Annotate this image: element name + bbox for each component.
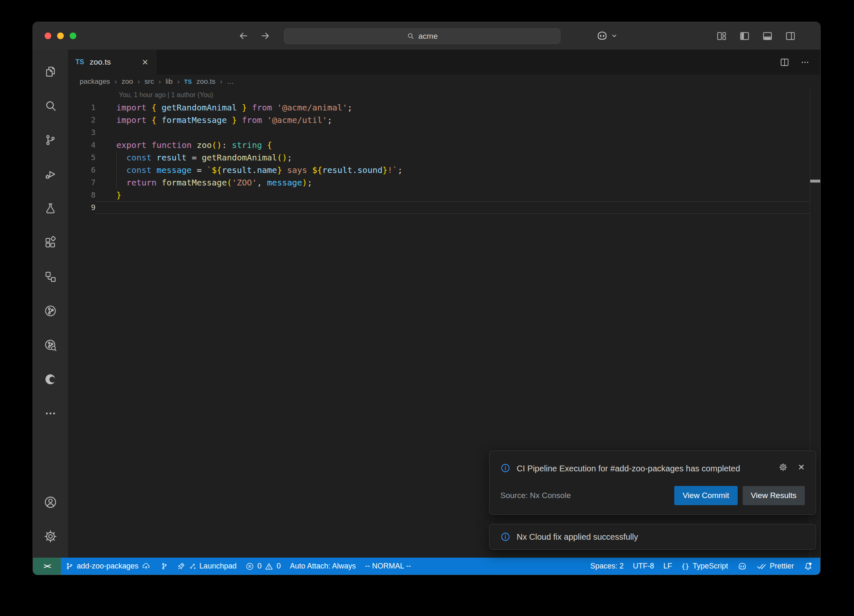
overview-ruler-cursor-mark <box>810 180 820 183</box>
code-line[interactable]: 8} <box>68 189 820 201</box>
close-tab-icon[interactable]: ✕ <box>142 58 148 66</box>
notification-message: Nx Cloud fix applied successfully <box>517 532 638 542</box>
activity-nx-console[interactable] <box>33 294 68 328</box>
code-line[interactable]: 2import { formatMessage } from '@acme/ut… <box>68 114 820 126</box>
line-number[interactable]: 8 <box>68 189 95 201</box>
error-count: 0 <box>257 562 261 571</box>
activity-extensions[interactable] <box>33 225 68 260</box>
problems-status[interactable]: 0 0 <box>241 558 285 575</box>
copilot-status[interactable] <box>733 558 752 575</box>
customize-layout-icon[interactable] <box>716 30 727 42</box>
sparkle-branch-icon <box>189 563 196 570</box>
toggle-secondary-sidebar-icon[interactable] <box>785 30 796 42</box>
notification-settings-gear-icon[interactable] <box>779 463 788 472</box>
notification-message: CI Pipeline Execution for #add-zoo-packa… <box>517 461 740 476</box>
back-arrow-icon[interactable] <box>238 30 249 41</box>
activity-source-control[interactable] <box>33 123 68 157</box>
minimize-window-button[interactable] <box>57 33 64 39</box>
desktop: { "colors": { "status_bar_bg": "#0a78d4"… <box>0 0 854 616</box>
auto-attach-status[interactable]: Auto Attach: Always <box>285 558 360 575</box>
encoding-status[interactable]: UTF-8 <box>628 558 659 575</box>
breadcrumb-separator-icon: › <box>115 78 117 86</box>
code-line[interactable]: 9 <box>68 201 820 214</box>
code-line-content[interactable]: const message = `${result.name} says ${r… <box>95 164 810 176</box>
activity-search[interactable] <box>33 89 68 123</box>
bell-icon <box>803 561 813 571</box>
git-branch-status[interactable]: add-zoo-packages <box>61 558 155 575</box>
project-structure-icon <box>44 270 57 283</box>
view-commit-button[interactable]: View Commit <box>674 486 738 505</box>
breadcrumb-item[interactable]: packages <box>80 78 110 86</box>
code-line-content[interactable]: } <box>95 189 810 201</box>
split-editor-icon[interactable] <box>779 57 790 68</box>
copilot-menu-button[interactable] <box>596 22 618 50</box>
line-number[interactable]: 2 <box>68 114 95 126</box>
line-number[interactable]: 7 <box>68 176 95 189</box>
zoom-window-button[interactable] <box>70 33 76 39</box>
activity-explorer[interactable] <box>33 55 68 89</box>
breadcrumb-separator-icon: › <box>158 78 161 86</box>
eol-status[interactable]: LF <box>659 558 677 575</box>
source-control-graph-status[interactable] <box>155 558 172 575</box>
breadcrumb-item[interactable]: src <box>145 78 154 86</box>
line-number[interactable]: 3 <box>68 126 95 139</box>
close-window-button[interactable] <box>45 33 51 39</box>
line-number[interactable]: 1 <box>68 101 95 114</box>
breadcrumb: packages › zoo › src › lib › TS zoo.ts ›… <box>68 75 820 89</box>
code-lines: 1import { getRandomAnimal } from '@acme/… <box>68 101 820 214</box>
breadcrumb-item[interactable]: lib <box>166 78 173 86</box>
search-icon <box>407 32 414 40</box>
testing-icon <box>44 202 57 215</box>
notifications-bell[interactable] <box>799 558 818 575</box>
notification-toast: CI Pipeline Execution for #add-zoo-packa… <box>489 451 816 515</box>
breadcrumb-file[interactable]: zoo.ts <box>196 78 215 86</box>
notification-source: Source: Nx Console <box>500 491 571 500</box>
vim-mode-status[interactable]: -- NORMAL -- <box>360 558 415 575</box>
activity-nx-cloud[interactable] <box>33 328 68 362</box>
activity-settings[interactable] <box>33 519 68 553</box>
language-label: TypeScript <box>693 562 728 571</box>
code-line[interactable]: 5 const result = getRandomAnimal(); <box>68 151 820 164</box>
global-search-input[interactable]: acme <box>284 28 560 44</box>
notification-close-icon[interactable]: ✕ <box>798 463 805 471</box>
activity-project-structure[interactable] <box>33 260 68 294</box>
code-line[interactable]: 6 const message = `${result.name} says $… <box>68 164 820 176</box>
language-mode-status[interactable]: {} TypeScript <box>677 558 733 575</box>
breadcrumb-symbol-overflow[interactable]: … <box>227 78 234 86</box>
code-line[interactable]: 7 return formatMessage('ZOO', message); <box>68 176 820 189</box>
code-line-content[interactable] <box>95 201 810 214</box>
launchpad-status[interactable]: Launchpad <box>172 558 241 575</box>
activity-more-views[interactable] <box>33 396 68 431</box>
code-line-content[interactable]: const result = getRandomAnimal(); <box>95 151 810 164</box>
code-line-content[interactable]: export function zoo(): string { <box>95 139 810 151</box>
code-line-content[interactable]: return formatMessage('ZOO', message); <box>95 176 810 189</box>
toggle-panel-icon[interactable] <box>762 30 773 42</box>
code-line[interactable]: 4export function zoo(): string { <box>68 139 820 151</box>
indentation-status[interactable]: Spaces: 2 <box>586 558 628 575</box>
toggle-primary-sidebar-icon[interactable] <box>739 30 750 42</box>
forward-arrow-icon[interactable] <box>260 30 271 41</box>
remote-indicator[interactable]: >< <box>33 558 61 575</box>
activity-edge-browser[interactable] <box>33 362 68 396</box>
code-line-content[interactable]: import { formatMessage } from '@acme/uti… <box>95 114 810 126</box>
activity-run-debug[interactable] <box>33 157 68 191</box>
more-actions-icon[interactable] <box>800 57 810 68</box>
line-number[interactable]: 5 <box>68 151 95 164</box>
code-line-content[interactable] <box>95 126 810 139</box>
view-results-button[interactable]: View Results <box>743 486 805 505</box>
tab-zoo-ts[interactable]: TS zoo.ts ✕ <box>68 50 156 75</box>
code-line-content[interactable]: import { getRandomAnimal } from '@acme/a… <box>95 101 810 114</box>
activity-testing[interactable] <box>33 191 68 225</box>
vscode-window: acme <box>33 22 821 575</box>
line-number[interactable]: 6 <box>68 164 95 176</box>
formatter-label: Prettier <box>770 562 794 571</box>
tab-bar: TS zoo.ts ✕ <box>68 50 820 75</box>
line-number[interactable]: 9 <box>68 201 95 214</box>
git-blame-annotation: You, 1 hour ago | 1 author (You) <box>68 89 820 101</box>
code-line[interactable]: 3 <box>68 126 820 139</box>
breadcrumb-item[interactable]: zoo <box>121 78 133 86</box>
activity-accounts[interactable] <box>33 485 68 519</box>
code-line[interactable]: 1import { getRandomAnimal } from '@acme/… <box>68 101 820 114</box>
formatter-status[interactable]: Prettier <box>752 558 799 575</box>
line-number[interactable]: 4 <box>68 139 95 151</box>
